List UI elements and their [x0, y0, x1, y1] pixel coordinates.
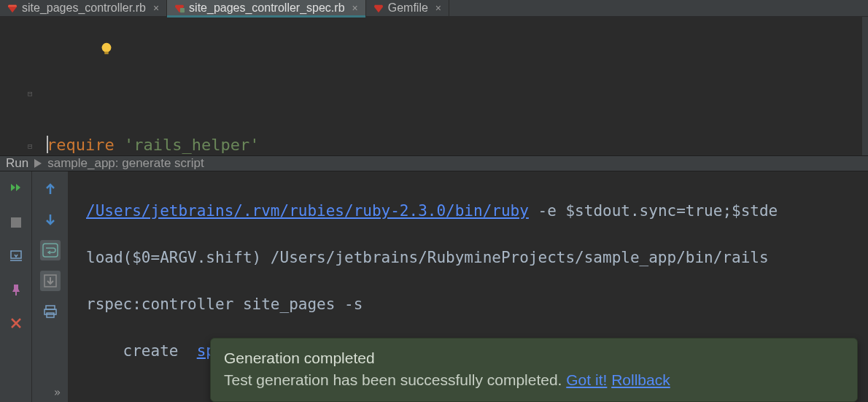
- svg-marker-1: [8, 4, 17, 7]
- dump-threads-button[interactable]: [6, 246, 26, 266]
- close-icon[interactable]: ×: [435, 2, 441, 14]
- close-icon[interactable]: ×: [352, 2, 358, 14]
- popup-rollback-link[interactable]: Rollback: [611, 371, 670, 388]
- scroll-down-button[interactable]: [40, 209, 61, 230]
- ruby-spec-icon: [174, 3, 185, 13]
- stop-button[interactable]: [6, 212, 26, 233]
- run-toolwindow-header: Run sample_app: generate script: [0, 155, 868, 171]
- svg-rect-22: [47, 313, 54, 317]
- soft-wrap-button[interactable]: [40, 240, 61, 260]
- run-toolwindow: /Users/jetbrains/.rvm/rubies/ruby-2.3.0/…: [0, 171, 868, 402]
- tab-gemfile[interactable]: Gemfile ×: [366, 0, 449, 16]
- rerun-button[interactable]: [6, 179, 26, 199]
- svg-rect-6: [104, 51, 109, 54]
- close-run-button[interactable]: [6, 313, 26, 333]
- intention-bulb-icon[interactable]: [60, 17, 76, 28]
- run-title: Run: [6, 156, 28, 171]
- tab-label: Gemfile: [388, 1, 428, 15]
- gutter: ⊟ ⊟: [28, 17, 38, 155]
- fold-close-icon[interactable]: ⊟: [28, 134, 36, 142]
- tab-controller[interactable]: site_pages_controller.rb ×: [0, 0, 167, 16]
- console-toolbar: [32, 171, 69, 402]
- expand-toolbar-icon[interactable]: »: [54, 386, 61, 399]
- tab-controller-spec[interactable]: site_pages_controller_spec.rb ×: [167, 0, 366, 16]
- ruby-icon: [373, 3, 384, 13]
- generation-popup: Generation completed Test generation has…: [210, 338, 858, 402]
- svg-marker-8: [16, 184, 20, 191]
- svg-rect-9: [11, 217, 21, 228]
- console-link-ruby[interactable]: /Users/jetbrains/.rvm/rubies/ruby-2.3.0/…: [86, 202, 529, 220]
- keyword-require: require: [47, 136, 115, 154]
- popup-body: Test generation has been successfully co…: [224, 369, 844, 391]
- svg-marker-7: [11, 184, 15, 191]
- svg-rect-3: [180, 8, 185, 12]
- run-config-name: sample_app: generate script: [47, 156, 204, 171]
- tab-label: site_pages_controller_spec.rb: [189, 1, 344, 15]
- tab-label: site_pages_controller.rb: [22, 1, 146, 15]
- popup-gotit-link[interactable]: Got it!: [566, 371, 607, 388]
- fold-open-icon[interactable]: ⊟: [28, 81, 36, 90]
- ruby-icon: [7, 3, 18, 13]
- scroll-up-button[interactable]: [40, 179, 61, 199]
- close-icon[interactable]: ×: [153, 2, 159, 14]
- string-literal: 'rails_helper': [124, 136, 259, 154]
- svg-point-5: [102, 42, 112, 52]
- svg-marker-4: [374, 4, 383, 12]
- pin-button[interactable]: [6, 279, 26, 300]
- play-icon: [34, 159, 42, 168]
- code-editor[interactable]: require 'rails_helper' RSpec.describe Si…: [0, 17, 868, 155]
- scroll-to-end-button[interactable]: [40, 271, 61, 291]
- run-left-toolbar: [0, 171, 32, 402]
- print-button[interactable]: [40, 301, 61, 322]
- popup-title: Generation completed: [224, 347, 844, 369]
- editor-tabs: site_pages_controller.rb × site_pages_co…: [0, 0, 868, 17]
